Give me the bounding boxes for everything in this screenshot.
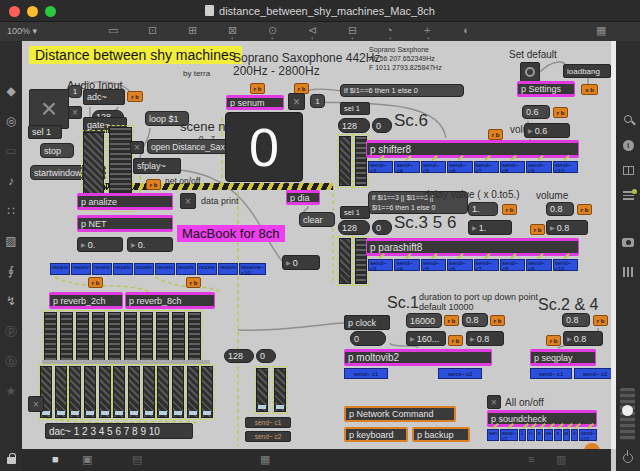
cube-icon[interactable]: ◆	[0, 84, 22, 98]
sc1-number[interactable]: 0	[350, 331, 386, 346]
out-multislider[interactable]	[76, 312, 89, 362]
out-slider[interactable]	[143, 366, 155, 418]
senum-subpatcher[interactable]: p senum	[226, 95, 284, 110]
receive-object[interactable]: receiv	[134, 263, 154, 275]
adc-object[interactable]: adc~	[83, 89, 125, 105]
plug-icon[interactable]: ↯	[0, 294, 22, 308]
out-multislider[interactable]	[92, 312, 105, 362]
seqplay-subpatcher[interactable]: p seqplay	[530, 349, 596, 366]
comment-icon[interactable]: ⊞	[188, 24, 197, 37]
dia-subpatcher[interactable]: p dia	[286, 190, 320, 205]
out-multislider[interactable]	[172, 312, 185, 362]
net-float-1[interactable]: 0.	[77, 237, 123, 252]
receive-object[interactable]: receiv	[71, 263, 91, 275]
sc356-slider[interactable]	[339, 238, 351, 284]
sc6-volume-message[interactable]: 0.6	[522, 105, 550, 119]
parashift8-subpatcher[interactable]: p parashift8	[366, 238, 579, 256]
keyboard-subpatcher[interactable]: p keyboard	[344, 427, 408, 442]
out-sub-slider[interactable]	[274, 368, 286, 412]
reverb2ch-subpatcher[interactable]: p reverb_2ch	[49, 292, 123, 309]
windows-icon[interactable]: ▣	[82, 453, 92, 466]
out-multislider[interactable]	[44, 312, 57, 362]
receive-b-object[interactable]: r b	[502, 204, 517, 215]
receive-b-object[interactable]: r b	[488, 129, 503, 140]
delay-float[interactable]: 1.	[468, 220, 512, 235]
search-icon[interactable]	[616, 115, 640, 123]
network-command-subpatcher[interactable]: p Network Command	[344, 406, 456, 422]
duration-float[interactable]: 160...	[406, 331, 446, 346]
receive-object[interactable]: receiv	[92, 263, 112, 275]
master-volume-slider[interactable]	[620, 388, 635, 440]
one-message[interactable]: 1	[68, 85, 82, 98]
open-toggle[interactable]: ×	[130, 141, 144, 154]
grid-icon[interactable]: ▦	[596, 24, 606, 37]
receive-b-object[interactable]: r b	[186, 277, 201, 288]
send-object[interactable]: send~ c10	[579, 429, 597, 441]
output-toggle[interactable]: ×	[28, 396, 44, 412]
b-circle-icon[interactable]: ⓑ	[0, 354, 22, 371]
receive-b-object[interactable]: r b	[553, 107, 568, 118]
sfplay-object[interactable]: sfplay~	[133, 158, 181, 174]
clear-message[interactable]: clear	[299, 212, 335, 227]
out-multislider[interactable]	[60, 312, 73, 362]
send-object[interactable]: send~ c8	[500, 259, 525, 271]
zoom-level-select[interactable]: 100% ▾	[7, 26, 37, 36]
out-multislider[interactable]	[156, 312, 169, 362]
receive-b-object[interactable]: r b	[444, 315, 459, 326]
net-subpatcher[interactable]: p NET	[77, 215, 173, 232]
delay-message[interactable]: 1.	[468, 202, 498, 216]
receive-object[interactable]: receiv	[197, 263, 217, 275]
send-object[interactable]: send~ c1	[344, 368, 388, 379]
send-object[interactable]: send~ c6	[447, 259, 472, 271]
out-multislider[interactable]	[124, 312, 137, 362]
console-icon[interactable]	[616, 191, 640, 200]
out-slider[interactable]	[201, 366, 213, 418]
sel-object[interactable]: sel 1	[28, 125, 62, 139]
receive-b-object[interactable]: r b	[250, 83, 265, 94]
one-message[interactable]: 1	[310, 94, 325, 108]
object-box-icon[interactable]: ⊡	[148, 24, 157, 37]
sc356-number[interactable]: 128	[338, 220, 370, 235]
master-toggle[interactable]: ×	[29, 89, 69, 129]
titlebar[interactable]: distance_between_shy_machines_Mac_8ch	[0, 0, 640, 22]
shifter8-subpatcher[interactable]: p shifter8	[366, 140, 579, 158]
send-object[interactable]: 1	[519, 429, 526, 441]
settings-subpatcher[interactable]: p Settings	[517, 81, 575, 97]
out-slider[interactable]	[187, 366, 199, 418]
sc356-sel-object[interactable]: sel 1	[340, 206, 370, 219]
analize-subpatcher[interactable]: p analize	[77, 193, 173, 210]
send-object[interactable]: send~ c10	[553, 161, 578, 173]
send-object[interactable]: sen	[487, 429, 499, 441]
send-object[interactable]: send~ c9	[526, 161, 551, 173]
out-multislider[interactable]	[140, 312, 153, 362]
receive-b-object[interactable]: r b	[88, 277, 103, 288]
out-multislider[interactable]	[108, 312, 121, 362]
out-slider[interactable]	[84, 366, 96, 418]
send-object[interactable]: send~ c8	[500, 161, 525, 173]
send-object[interactable]: send~ c4	[394, 259, 419, 271]
send-object[interactable]: send~ c2	[574, 368, 616, 379]
volume-knob[interactable]	[622, 405, 633, 416]
out-number[interactable]: 128	[224, 349, 254, 363]
receive-object[interactable]: receiv	[155, 263, 175, 275]
receive-b-object[interactable]: r b	[490, 315, 505, 326]
steps-icon[interactable]: ∷	[0, 204, 22, 218]
rect-icon[interactable]: ▭	[0, 144, 22, 158]
out-slider[interactable]	[128, 366, 140, 418]
send-object[interactable]: send~ c3	[368, 161, 393, 173]
sc6-number[interactable]: 0	[372, 118, 392, 133]
backup-subpatcher[interactable]: p backup	[412, 427, 470, 442]
send-object[interactable]: send~ c5	[421, 161, 446, 173]
reference-icon[interactable]	[616, 166, 640, 175]
send-object[interactable]: send~ c1	[245, 417, 291, 428]
send-object[interactable]: send~ c7	[474, 161, 499, 173]
clock-subpatcher[interactable]: p clock	[344, 315, 390, 330]
sc6-volume-float[interactable]: 0.6	[524, 123, 570, 138]
p-circle-icon[interactable]: ⓟ	[0, 324, 22, 341]
rows-icon[interactable]: ▤	[132, 453, 142, 466]
console-filter-icon[interactable]: ■	[52, 453, 59, 465]
power-icon[interactable]	[616, 453, 640, 463]
sc24-volume-message[interactable]: 0.8	[562, 313, 590, 327]
out-slider[interactable]	[113, 366, 125, 418]
receive-b-object[interactable]: r b	[546, 335, 561, 346]
